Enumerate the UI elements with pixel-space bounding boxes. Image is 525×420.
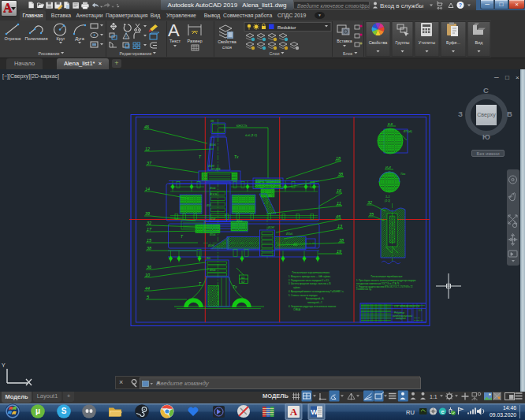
svg-text:A: A xyxy=(290,406,298,418)
svg-text:W: W xyxy=(311,408,318,416)
svg-text:μ: μ xyxy=(35,407,40,415)
svg-text:Y: Y xyxy=(2,362,6,368)
svg-text:1:1: 1:1 xyxy=(430,394,438,400)
svg-text:RU: RU xyxy=(406,409,415,416)
svg-text:S: S xyxy=(61,407,67,415)
svg-text:e: e xyxy=(441,408,444,415)
